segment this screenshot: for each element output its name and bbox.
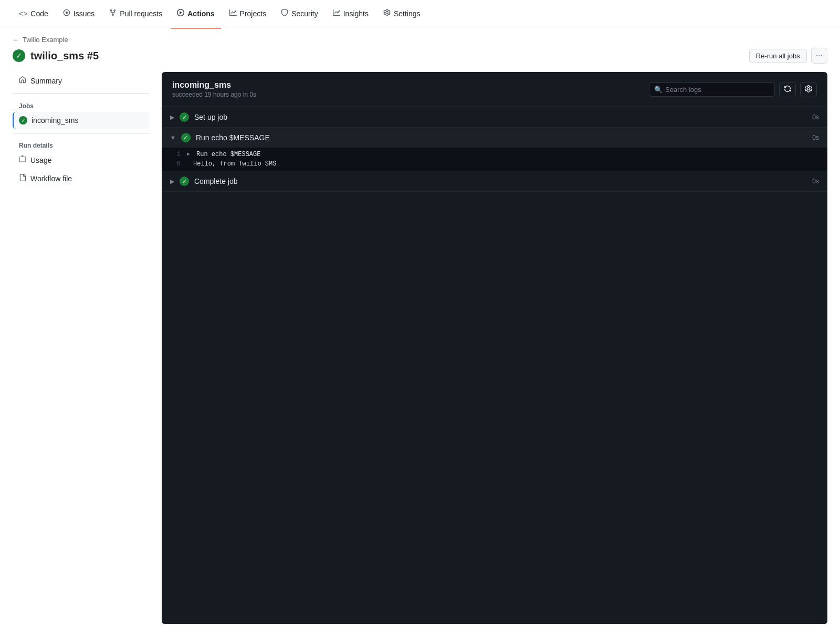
sidebar-item-incoming-sms[interactable]: ✓ incoming_sms xyxy=(13,112,149,129)
workflow-file-icon xyxy=(19,174,26,183)
chevron-down-icon: ▼ xyxy=(170,134,176,141)
chevron-right-icon: ▶ xyxy=(170,114,174,121)
chevron-right-complete-icon: ▶ xyxy=(170,178,174,185)
step-success-icon: ✓ xyxy=(180,112,189,122)
home-icon xyxy=(19,76,26,85)
nav-pull-requests[interactable]: Pull requests xyxy=(103,5,169,22)
log-header-actions: 🔍 xyxy=(649,82,817,97)
svg-point-1 xyxy=(66,12,68,14)
projects-icon xyxy=(229,9,237,18)
line-number-6: 6 xyxy=(170,160,181,168)
actions-icon xyxy=(177,9,184,18)
nav-actions[interactable]: Actions xyxy=(171,5,220,22)
rerun-all-jobs-button[interactable]: Re-run all jobs xyxy=(749,49,807,63)
step-run-echo-header[interactable]: ▼ ✓ Run echo $MESSAGE 0s xyxy=(162,128,827,148)
job-success-icon: ✓ xyxy=(19,116,27,125)
step-run-echo-success-icon: ✓ xyxy=(181,133,191,142)
step-complete-success-icon: ✓ xyxy=(180,177,189,186)
log-lines-run-echo: 1 ▶ Run echo $MESSAGE 6 Hello, from Twil… xyxy=(162,148,827,171)
refresh-button[interactable] xyxy=(779,82,796,97)
log-panel-subtitle: succeeded 19 hours ago in 0s xyxy=(172,91,256,98)
step-run-echo: ▼ ✓ Run echo $MESSAGE 0s 1 ▶ Run echo $M… xyxy=(162,128,827,171)
step-time: 0s xyxy=(812,113,819,121)
nav-settings[interactable]: Settings xyxy=(377,5,427,22)
nav-code[interactable]: <> Code xyxy=(13,5,55,22)
nav-issues[interactable]: Issues xyxy=(57,5,101,22)
log-header: incoming_sms succeeded 19 hours ago in 0… xyxy=(162,72,827,107)
nav-projects[interactable]: Projects xyxy=(223,5,273,22)
log-line-6[interactable]: 6 Hello, from Twilio SMS xyxy=(162,159,827,169)
line-arrow-icon: ▶ xyxy=(187,151,190,157)
nav-security[interactable]: Security xyxy=(275,5,324,22)
jobs-section-label: Jobs xyxy=(13,98,149,112)
main-layout: Summary Jobs ✓ incoming_sms Run details … xyxy=(0,64,840,632)
step-run-echo-label: Run echo $MESSAGE xyxy=(196,133,807,142)
log-steps: ▶ ✓ Set up job 0s ▼ ✓ Run echo $MESSAGE … xyxy=(162,107,827,624)
sidebar: Summary Jobs ✓ incoming_sms Run details … xyxy=(13,72,149,624)
line-content-1: Run echo $MESSAGE xyxy=(196,151,260,158)
breadcrumb[interactable]: ← Twilio Example xyxy=(13,36,827,44)
step-complete-label: Complete job xyxy=(194,177,807,185)
log-panel-title: incoming_sms xyxy=(172,80,256,90)
line-number-1: 1 xyxy=(170,151,181,158)
step-complete-job: ▶ ✓ Complete job 0s xyxy=(162,171,827,192)
step-run-echo-time: 0s xyxy=(812,134,819,141)
search-logs-input[interactable] xyxy=(649,82,775,97)
step-complete-time: 0s xyxy=(812,178,819,185)
page-header: ← Twilio Example ✓ twilio_sms #5 Re-run … xyxy=(0,27,840,64)
search-icon: 🔍 xyxy=(654,86,663,94)
line-content-6: Hello, from Twilio SMS xyxy=(193,160,276,168)
title-row: ✓ twilio_sms #5 Re-run all jobs ··· xyxy=(13,48,827,64)
title-left: ✓ twilio_sms #5 xyxy=(13,49,99,62)
more-options-button[interactable]: ··· xyxy=(811,48,827,64)
top-navigation: <> Code Issues Pull requests Actions Pro… xyxy=(0,0,840,27)
sidebar-item-workflow-file[interactable]: Workflow file xyxy=(13,170,149,187)
nav-insights[interactable]: Insights xyxy=(327,5,375,22)
pull-requests-icon xyxy=(109,9,117,18)
settings-icon xyxy=(383,9,391,18)
sidebar-divider-jobs xyxy=(13,94,149,94)
step-set-up-job: ▶ ✓ Set up job 0s xyxy=(162,107,827,128)
security-icon xyxy=(281,9,288,18)
log-title-area: incoming_sms succeeded 19 hours ago in 0… xyxy=(172,80,256,98)
insights-icon xyxy=(333,9,340,18)
run-details-section-label: Run details xyxy=(13,138,149,151)
workflow-success-icon: ✓ xyxy=(13,49,25,62)
code-icon: <> xyxy=(19,9,27,18)
step-label: Set up job xyxy=(194,113,807,121)
search-input-wrap: 🔍 xyxy=(649,82,775,97)
back-arrow-icon: ← xyxy=(13,36,19,44)
sidebar-divider-run-details xyxy=(13,133,149,133)
issues-icon xyxy=(63,9,70,18)
log-line-1[interactable]: 1 ▶ Run echo $MESSAGE xyxy=(162,150,827,159)
settings-gear-button[interactable] xyxy=(800,82,817,97)
sidebar-item-summary[interactable]: Summary xyxy=(13,72,149,89)
usage-icon xyxy=(19,156,26,164)
step-complete-job-header[interactable]: ▶ ✓ Complete job 0s xyxy=(162,171,827,191)
title-actions: Re-run all jobs ··· xyxy=(749,48,827,64)
sidebar-item-usage[interactable]: Usage xyxy=(13,151,149,169)
page-title: twilio_sms #5 xyxy=(30,50,99,62)
step-set-up-job-header[interactable]: ▶ ✓ Set up job 0s xyxy=(162,107,827,127)
log-panel: incoming_sms succeeded 19 hours ago in 0… xyxy=(162,72,827,624)
